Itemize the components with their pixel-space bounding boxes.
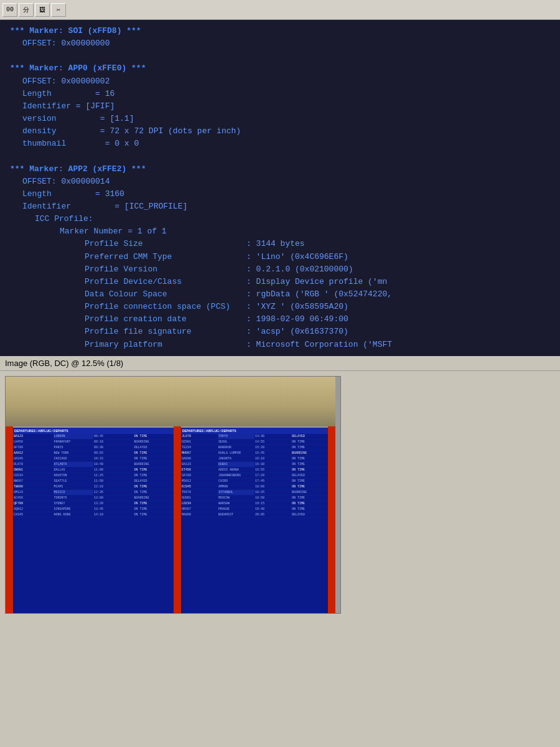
image-panel: Image (RGB, DC) @ 12.5% (1/8) DEPARTURES… [0, 356, 560, 747]
icc-row-2: Profile Version: 0.2.1.0 (0x02100000) [85, 263, 550, 276]
airport-image: DEPARTURES / ABFLUG / DEPARTS BA123 LOND… [6, 377, 335, 613]
board-row: TW890 MIAMI 12:10 ON TIME [13, 484, 174, 490]
board-cell-status: ON TIME [134, 507, 174, 512]
app0-length: Length = 16 [22, 88, 550, 100]
board-cell-time: 14:10 [93, 512, 134, 517]
board-row: SW901 DALLAS 11:00 ON TIME [13, 467, 174, 473]
board-cell-time: 20:05 [254, 512, 291, 517]
toolbar-button-2[interactable]: 分 [19, 3, 34, 17]
board-cell-time: 13:00 [93, 496, 134, 500]
board-cell-dest: MEXICO [54, 490, 94, 495]
board-cell-time: 08:45 [93, 434, 134, 439]
board-row: GA890 JAKARTA 16:10 ON TIME [181, 456, 328, 462]
board-cell-status: ON TIME [291, 456, 328, 461]
board-cell-status: ON TIME [134, 467, 174, 472]
board-cell-flight: CX345 [13, 512, 54, 517]
board-row: OZ901 SEOUL 14:55 ON TIME [181, 439, 328, 445]
board-cell-dest: LONDON [54, 434, 94, 439]
board-header-text: DEPARTURES / ABFLUG / DEPARTS [14, 429, 68, 433]
icc-value-1: : 'Lino' (0x4C696E6F) [246, 251, 348, 263]
toolbar-button-1[interactable]: 00 [2, 3, 17, 17]
app2-identifier: Identifier = [ICC_PROFILE] [22, 200, 550, 213]
board-cell-status: BOARDING [134, 462, 174, 467]
board-cell-flight: JL678 [181, 434, 218, 439]
soi-marker-header: *** Marker: SOI (xFFD8) *** [10, 25, 550, 37]
board-cell-status: ON TIME [291, 439, 328, 444]
red-bar-far-right [328, 426, 335, 613]
icc-row-1: Preferred CMM Type: 'Lino' (0x4C696E6F) [85, 251, 550, 263]
board-cell-status: ON TIME [291, 462, 328, 467]
board-row: SA789 JOHANNESBURG 17:20 DELAYED [181, 473, 328, 479]
board-header: DEPARTURES / ABFLUG / DEPARTS [181, 428, 328, 434]
board-cell-dest: HONG KONG [54, 512, 94, 517]
board-row: AM123 MEXICO 12:35 ON TIME [13, 490, 174, 496]
board-cell-time: 14:30 [254, 434, 291, 439]
board-row: SQ012 SINGAPORE 13:45 ON TIME [13, 507, 174, 512]
board-cell-flight: QF789 [13, 501, 54, 506]
board-cell-dest: AMMAN [218, 484, 254, 489]
board-cell-time: 11:00 [93, 467, 134, 472]
board-cell-dest: BUDAPEST [218, 512, 254, 517]
board-cell-status: ON TIME [291, 445, 328, 450]
app0-density: density = 72 x 72 DPI (dots per inch) [22, 125, 550, 138]
board-cell-flight: MH567 [181, 451, 218, 456]
board-header: DEPARTURES / ABFLUG / DEPARTS [13, 428, 174, 434]
board-cell-flight: OK567 [181, 507, 218, 512]
board-row: CO234 HOUSTON 11:25 ON TIME [13, 473, 174, 479]
board-cell-dest: PARIS [54, 445, 94, 450]
board-row: CX345 HONG KONG 14:10 ON TIME [13, 512, 174, 518]
board-cell-dest: JAKARTA [218, 456, 254, 461]
icc-row-4: Data Colour Space: rgbData ('RGB ' (0x52… [85, 288, 550, 301]
board-cell-dest: HOUSTON [54, 473, 94, 478]
board-row: LO234 WARSAW 19:15 ON TIME [181, 501, 328, 507]
icc-label-4: Data Colour Space [85, 288, 246, 301]
board-cell-dest: DUBAI [218, 462, 254, 467]
board-row: MA890 BUDAPEST 20:05 DELAYED [181, 512, 328, 518]
board-cell-time: 09:10 [93, 439, 134, 444]
metadata-panel: *** Marker: SOI (xFFD8) *** OFFSET: 0x00… [0, 20, 560, 356]
toolbar-button-4[interactable]: ✂ [51, 3, 66, 17]
board-cell-flight: CO234 [13, 473, 54, 478]
board-cell-dest: JOHANNESBURG [218, 473, 254, 478]
board-cell-time: 10:15 [93, 456, 134, 461]
board-cell-dest: SEOUL [218, 439, 254, 444]
board-cell-status: DELAYED [291, 512, 328, 517]
board-row: RJ345 AMMAN 18:00 ON TIME [181, 484, 328, 490]
departures-board-right: DEPARTURES / ABFLUG / DEPARTS JL678 TOKY… [181, 428, 328, 613]
board-cell-flight: ET456 [181, 467, 218, 472]
board-cell-dest: ISTANBUL [218, 490, 254, 495]
app0-offset: OFFSET: 0x00000002 [22, 75, 550, 88]
app2-offset: OFFSET: 0x00000014 [22, 176, 550, 188]
board-cell-time: 09:55 [93, 451, 134, 456]
board-row: AA012 NEW YORK 09:55 ON TIME [13, 451, 174, 456]
icc-value-6: : 1998-02-09 06:49:00 [246, 313, 348, 326]
board-cell-status: ON TIME [134, 473, 174, 478]
board-cell-flight: TG234 [181, 445, 218, 450]
board-cell-flight: OZ901 [181, 439, 218, 444]
board-cell-status: DELAYED [134, 479, 174, 484]
board-cell-dest: CHICAGO [54, 456, 94, 461]
board-row: OK567 PRAGUE 19:40 ON TIME [181, 507, 328, 512]
board-cell-time: 09:30 [93, 445, 134, 450]
board-cell-time: 15:20 [254, 445, 291, 450]
board-cell-status: BOARDING [291, 451, 328, 456]
board-row: MH567 KUALA LUMPUR 15:45 BOARDING [181, 451, 328, 456]
board-cell-flight: GA890 [181, 456, 218, 461]
board-cell-dest: ADDIS ABABA [218, 467, 254, 472]
board-cell-status: ON TIME [291, 484, 328, 489]
board-cell-flight: RJ345 [181, 484, 218, 489]
icc-value-4: : rgbData ('RGB ' (0x52474220, [246, 288, 392, 301]
board-cell-status: BOARDING [134, 496, 174, 500]
board-cell-time: 12:10 [93, 484, 134, 489]
board-row: SU901 MOSCOW 18:50 ON TIME [181, 496, 328, 501]
board-cell-flight: EK123 [181, 462, 218, 467]
board-row: NW567 SEATTLE 11:50 DELAYED [13, 479, 174, 484]
board-cell-flight: MA890 [181, 512, 218, 517]
board-cell-dest: TORONTO [54, 496, 94, 500]
board-cell-status: ON TIME [134, 501, 174, 506]
board-cell-flight: LH456 [13, 439, 54, 444]
toolbar-button-3[interactable]: 🖼 [35, 3, 50, 17]
board-cell-time: 17:45 [254, 479, 291, 484]
board-cell-flight: BA123 [13, 434, 54, 439]
image-viewport: DEPARTURES / ABFLUG / DEPARTS BA123 LOND… [5, 376, 341, 614]
